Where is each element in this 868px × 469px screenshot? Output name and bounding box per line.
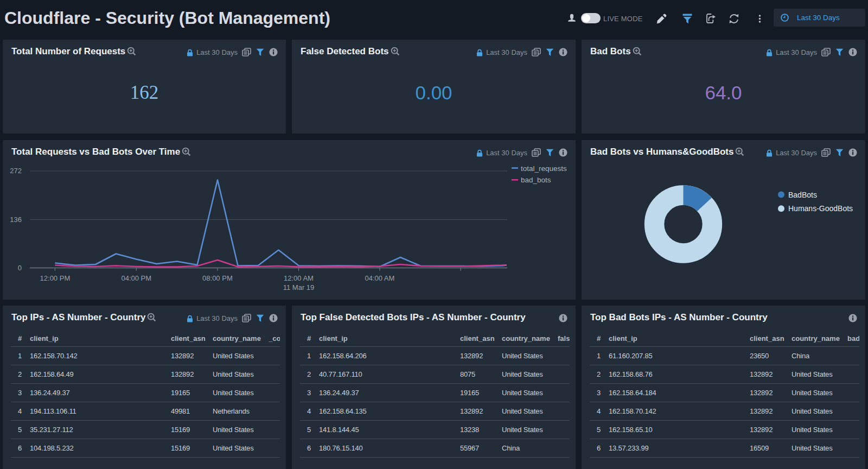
svg-text:Humans-GoodBots: Humans-GoodBots bbox=[788, 204, 853, 213]
svg-text:bad_bots: bad_bots bbox=[521, 176, 551, 184]
svg-text:total_requests: total_requests bbox=[521, 164, 567, 173]
svg-text:BadBots: BadBots bbox=[788, 191, 817, 199]
